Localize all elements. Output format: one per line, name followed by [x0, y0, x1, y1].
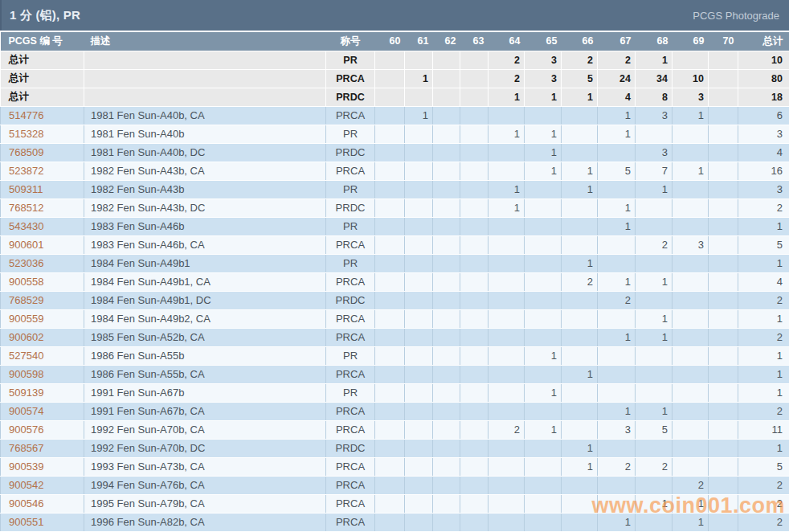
grade-cell-63 — [460, 328, 489, 346]
cert-cell[interactable]: 900602 — [1, 328, 84, 346]
grade-cell-66: 5 — [562, 69, 598, 88]
grade-cell-61 — [405, 254, 433, 272]
total-cell: 1 — [738, 439, 789, 457]
grade-cell-61 — [405, 420, 433, 439]
grade-cell-66 — [562, 198, 598, 217]
grade-cell-65 — [525, 494, 562, 513]
grade-cell-65 — [525, 254, 562, 272]
grade-cell-62 — [433, 365, 460, 383]
grade-cell-62 — [433, 162, 460, 180]
cert-cell[interactable]: 900542 — [1, 476, 84, 494]
grade-cell-64 — [489, 476, 525, 494]
grade-cell-70 — [709, 180, 738, 198]
table-row: 5275401986 Fen Sun-A55bPR11 — [1, 346, 789, 365]
designation-cell: PRCA — [326, 457, 375, 476]
grade-cell-64: 1 — [489, 88, 525, 106]
grade-cell-65 — [525, 217, 562, 235]
cert-cell[interactable]: 900576 — [1, 420, 84, 439]
cert-cell[interactable]: 523036 — [1, 254, 84, 272]
description-cell: 1992 Fen Sun-A70b, DC — [84, 439, 326, 457]
grade-cell-64 — [489, 513, 525, 531]
grade-cell-64: 1 — [489, 198, 525, 217]
grade-cell-69 — [672, 291, 709, 309]
cert-cell[interactable]: 514776 — [1, 106, 84, 125]
total-cell: 3 — [738, 125, 789, 143]
table-row: 5230361984 Fen Sun-A49b1PR11 — [1, 254, 789, 272]
table-row: 7685291984 Fen Sun-A49b1, DCPRDC22 — [1, 291, 789, 309]
grade-cell-67: 4 — [598, 88, 636, 106]
grade-cell-62 — [433, 476, 460, 494]
table-row: 5147761981 Fen Sun-A40b, CAPRCA11316 — [1, 106, 789, 125]
grade-cell-65 — [525, 439, 562, 457]
grade-cell-62 — [433, 494, 460, 513]
total-cell: 1 — [738, 309, 789, 328]
description-cell: 1994 Fen Sun-A76b, CA — [84, 476, 326, 494]
grade-cell-66 — [562, 291, 598, 309]
cert-cell[interactable]: 768567 — [1, 439, 84, 457]
cert-cell[interactable]: 523872 — [1, 162, 84, 180]
grade-cell-63 — [460, 513, 489, 531]
grade-cell-70 — [709, 143, 738, 162]
cert-cell[interactable]: 900601 — [1, 235, 84, 254]
grade-cell-62 — [433, 235, 460, 254]
grade-cell-61 — [405, 476, 433, 494]
table-header-row: PCGS 编 号描述称号6061626364656667686970总计 — [1, 32, 789, 51]
grade-cell-63 — [460, 457, 489, 476]
grade-cell-68: 34 — [636, 69, 672, 88]
total-cell: 11 — [738, 420, 789, 439]
grade-cell-61 — [405, 494, 433, 513]
grade-cell-69 — [672, 217, 709, 235]
grade-cell-64 — [489, 494, 525, 513]
grade-cell-64 — [489, 439, 525, 457]
total-cell: 1 — [738, 383, 789, 402]
grade-cell-65: 3 — [525, 51, 562, 69]
description-cell: 1981 Fen Sun-A40b — [84, 125, 326, 143]
designation-cell: PR — [326, 51, 375, 69]
description-cell: 1984 Fen Sun-A49b1 — [84, 254, 326, 272]
cert-cell[interactable]: 543430 — [1, 217, 84, 235]
grade-cell-64 — [489, 457, 525, 476]
grade-cell-67 — [598, 254, 636, 272]
cert-cell[interactable]: 900598 — [1, 365, 84, 383]
grade-cell-60 — [375, 476, 405, 494]
grade-cell-68 — [636, 513, 672, 531]
grade-cell-62 — [433, 291, 460, 309]
grade-cell-66 — [562, 143, 598, 162]
description-cell: 1986 Fen Sun-A55b — [84, 346, 326, 365]
cert-cell[interactable]: 768509 — [1, 143, 84, 162]
grade-cell-70 — [709, 309, 738, 328]
designation-cell: PRCA — [326, 420, 375, 439]
cert-cell[interactable]: 900558 — [1, 272, 84, 291]
table-row: 9005981986 Fen Sun-A55b, CAPRCA11 — [1, 365, 789, 383]
grade-cell-68: 1 — [636, 328, 672, 346]
grade-cell-61 — [405, 513, 433, 531]
cert-cell[interactable]: 900551 — [1, 513, 84, 531]
cert-cell[interactable]: 768512 — [1, 198, 84, 217]
cert-cell[interactable]: 900539 — [1, 457, 84, 476]
grade-cell-63 — [460, 420, 489, 439]
grade-cell-64 — [489, 328, 525, 346]
cert-cell[interactable]: 509311 — [1, 180, 84, 198]
cert-cell[interactable]: 900559 — [1, 309, 84, 328]
cert-cell[interactable]: 527540 — [1, 346, 84, 365]
grade-cell-63 — [460, 235, 489, 254]
cert-cell[interactable]: 900574 — [1, 402, 84, 420]
grade-cell-66: 1 — [562, 88, 598, 106]
grade-cell-65 — [525, 476, 562, 494]
grade-cell-66: 1 — [562, 365, 598, 383]
grade-cell-61 — [405, 291, 433, 309]
table-row: 9006011983 Fen Sun-A46b, CAPRCA235 — [1, 235, 789, 254]
grade-cell-61 — [405, 162, 433, 180]
description-cell — [84, 51, 326, 69]
cert-cell[interactable]: 509139 — [1, 383, 84, 402]
grade-cell-60 — [375, 420, 405, 439]
column-header-grade-61: 61 — [405, 32, 433, 51]
cert-cell[interactable]: 900546 — [1, 494, 84, 513]
total-cell: 5 — [738, 235, 789, 254]
cert-cell[interactable]: 768529 — [1, 291, 84, 309]
grade-cell-60 — [375, 383, 405, 402]
grade-cell-63 — [460, 143, 489, 162]
designation-cell: PR — [326, 254, 375, 272]
cert-cell[interactable]: 515328 — [1, 125, 84, 143]
grade-cell-68 — [636, 439, 672, 457]
